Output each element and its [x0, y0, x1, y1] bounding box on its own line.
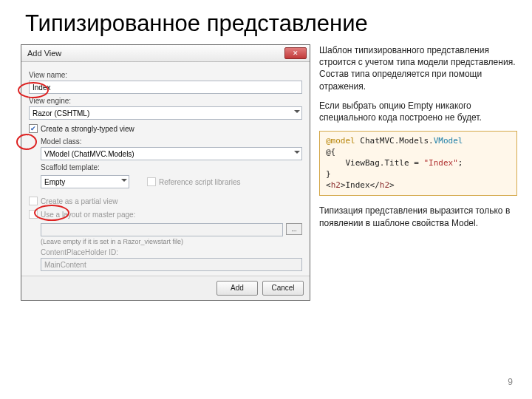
label-strongly-typed: Create a strongly-typed view [41, 125, 134, 133]
browse-button[interactable]: ... [286, 223, 302, 235]
model-class-select[interactable] [41, 147, 302, 160]
label-view-name: View name: [29, 71, 302, 79]
explanation-column: Шаблон типизированного представления стр… [319, 44, 517, 301]
view-engine-select[interactable] [29, 106, 302, 120]
label-content-ph: ContentPlaceHolder ID: [41, 248, 302, 256]
label-view-engine: View engine: [29, 97, 302, 105]
cancel-button[interactable]: Cancel [262, 281, 304, 296]
dialog-titlebar: Add View ✕ [21, 45, 310, 62]
dialog-screenshot: Add View ✕ View name: View engine: ✔ Cre… [21, 44, 310, 301]
label-partial-view: Create as a partial view [41, 197, 118, 205]
view-engine-value[interactable] [29, 106, 302, 120]
close-icon[interactable]: ✕ [284, 47, 307, 59]
dialog-body: View name: View engine: ✔ Create a stron… [21, 62, 310, 276]
add-button[interactable]: Add [216, 281, 258, 296]
scaffold-value[interactable] [41, 175, 129, 188]
code-snippet: @model ChatMVC.Models.VModel @{ ViewBag.… [319, 131, 517, 196]
para-1: Шаблон типизированного представления стр… [319, 44, 517, 92]
label-reference-libs: Reference script libraries [159, 178, 241, 186]
partial-view-checkbox[interactable] [29, 197, 38, 205]
slide-title: Типизированное представление [0, 0, 532, 41]
content-ph-input[interactable] [41, 258, 302, 271]
reference-libs-checkbox[interactable] [147, 177, 156, 186]
para-2: Если выбрать опцию Empty никакого специа… [319, 100, 517, 123]
view-name-input[interactable] [29, 81, 302, 94]
para-3: Типизация представления выразится только… [319, 205, 517, 228]
content-row: Add View ✕ View name: View engine: ✔ Cre… [0, 41, 532, 301]
label-use-layout: Use a layout or master page: [41, 211, 135, 219]
dialog-title: Add View [27, 49, 61, 58]
layout-path-input[interactable] [41, 223, 283, 236]
label-scaffold: Scaffold template: [41, 163, 302, 171]
model-class-value[interactable] [41, 147, 302, 160]
add-view-dialog: Add View ✕ View name: View engine: ✔ Cre… [21, 44, 310, 301]
label-model-class: Model class: [41, 137, 302, 146]
hint-leave-empty: (Leave empty if it is set in a Razor_vie… [29, 238, 302, 245]
page-number: 9 [508, 377, 513, 387]
scaffold-select[interactable] [41, 175, 129, 188]
strongly-typed-checkbox[interactable]: ✔ [29, 124, 38, 133]
dialog-button-bar: Add Cancel [21, 276, 310, 300]
use-layout-checkbox[interactable] [29, 210, 38, 219]
